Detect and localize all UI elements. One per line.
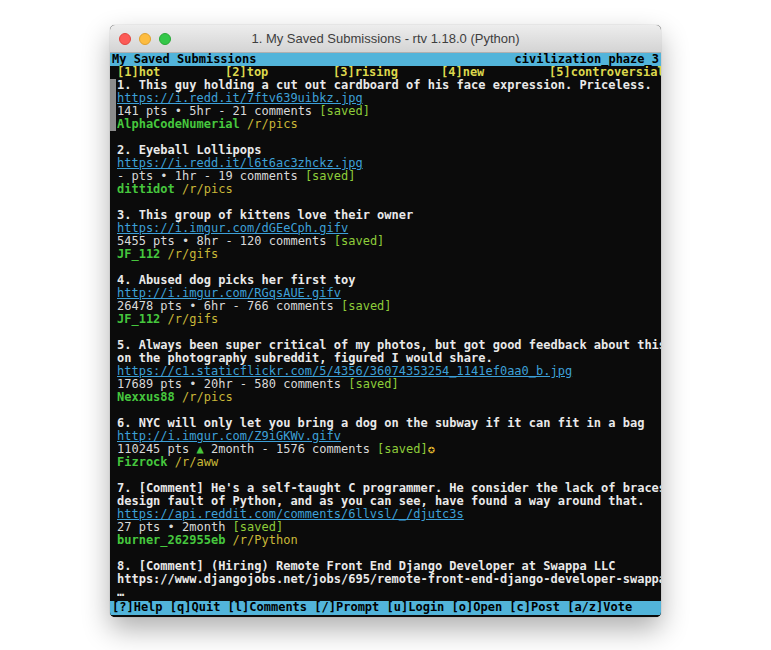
- statusbar-shortcuts: [?]Help [q]Quit [l]Comments [/]Prompt [u…: [110, 601, 661, 615]
- submission-points: 141 pts: [117, 105, 175, 118]
- submission-points: 5455 pts: [117, 235, 182, 248]
- submission-stats-line: 5455 pts • 8hr - 120 comments [saved]: [117, 235, 661, 248]
- submission-stats-line: 110245 pts ▲ 2month - 1576 comments [sav…: [117, 443, 661, 456]
- submission-points: 17689 pts: [117, 378, 189, 391]
- tab-hot[interactable]: [1]hot: [117, 66, 225, 79]
- zoom-window-button[interactable]: [159, 33, 171, 45]
- saved-badge: [saved]: [377, 443, 428, 456]
- submission-byline: dittidot /r/pics: [117, 183, 661, 196]
- selection-cursor-bar: [110, 79, 116, 131]
- submission-url-line: http://i.imgur.com/RGqsAUE.gifv: [117, 287, 661, 300]
- submission-age-comments: 5hr - 21 comments: [182, 105, 319, 118]
- submission-title-line: on the photography subreddit, figured I …: [117, 352, 661, 365]
- saved-badge: [saved]: [233, 521, 284, 534]
- tab-rising[interactable]: [3]rising: [333, 66, 441, 79]
- submission-stats-line: 26478 pts • 6hr - 766 comments [saved]: [117, 300, 661, 313]
- terminal-header-bar: My Saved Submissions civilization_phaze_…: [110, 53, 661, 66]
- saved-badge: [saved]: [348, 378, 399, 391]
- submission-age-comments: 2month - 1576 comments: [204, 443, 377, 456]
- submission-title-line: 6. NYC will only let you bring a dog on …: [117, 417, 661, 430]
- submission-byline: Nexxus88 /r/pics: [117, 391, 661, 404]
- submission-title-line: 3. This group of kittens love their owne…: [117, 209, 661, 222]
- submission-title-line: 1. This guy holding a cut out cardboard …: [117, 79, 661, 92]
- submission-byline: AlphaCodeNumerial /r/pics: [117, 118, 661, 131]
- gilded-icon: ✪: [428, 443, 435, 456]
- tab-controversial[interactable]: [5]controversial: [549, 66, 661, 79]
- submission-item[interactable]: 7. [Comment] He's a self-taught C progra…: [110, 482, 661, 547]
- submission-subreddit[interactable]: /r/pics: [182, 391, 233, 404]
- submission-item[interactable]: 4. Abused dog picks her first toyhttp://…: [110, 274, 661, 326]
- submission-subreddit[interactable]: /r/Python: [233, 534, 298, 547]
- submission-url[interactable]: https://api.reddit.com/comments/6llvsl/_…: [117, 508, 464, 521]
- submission-url[interactable]: https://i.redd.it/7ftv639uibkz.jpg: [117, 92, 363, 105]
- submission-author: burner_262955eb: [117, 534, 225, 547]
- submission-stats-line: 141 pts • 5hr - 21 comments [saved]: [117, 105, 661, 118]
- app-window: 1. My Saved Submissions - rtv 1.18.0 (Py…: [110, 25, 661, 617]
- submission-author: dittidot: [117, 183, 175, 196]
- submission-author: JF_112: [117, 313, 160, 326]
- submission-subreddit[interactable]: /r/gifs: [168, 248, 219, 261]
- submission-item[interactable]: 6. NYC will only let you bring a dog on …: [110, 417, 661, 469]
- submission-title-line: 2. Eyeball Lollipops: [117, 144, 661, 157]
- submission-url[interactable]: https://i.imgur.com/dGEeCph.gifv: [117, 222, 348, 235]
- submission-url[interactable]: https://c1.staticflickr.com/5/4356/36074…: [117, 365, 572, 378]
- submission-author: JF_112: [117, 248, 160, 261]
- submission-title-line: …: [117, 586, 661, 599]
- tab-new[interactable]: [4]new: [441, 66, 549, 79]
- tab-top[interactable]: [2]top: [225, 66, 333, 79]
- submission-byline: burner_262955eb /r/Python: [117, 534, 661, 547]
- submission-stats-line: 17689 pts • 20hr - 580 comments [saved]: [117, 378, 661, 391]
- submission-item[interactable]: 8. [Comment] (Hiring) Remote Front End D…: [110, 560, 661, 599]
- sort-tabs: [1]hot [2]top [3]rising [4]new [5]contro…: [110, 66, 661, 79]
- saved-badge: [saved]: [334, 235, 385, 248]
- submission-url-line: http://i.imgur.com/Z9iGKWv.gifv: [117, 430, 661, 443]
- submission-byline: JF_112 /r/gifs: [117, 248, 661, 261]
- submission-url-line: https://i.redd.it/l6t6ac3zhckz.jpg: [117, 157, 661, 170]
- terminal-bottom-spacer: [110, 615, 661, 617]
- vote-indicator-icon: ▲: [196, 443, 203, 456]
- minimize-window-button[interactable]: [139, 33, 151, 45]
- submission-title-line: design fault of Python, and as you can s…: [117, 495, 661, 508]
- submission-points: - pts: [117, 170, 160, 183]
- saved-badge: [saved]: [319, 105, 370, 118]
- vote-indicator-icon: •: [160, 170, 167, 183]
- terminal: My Saved Submissions civilization_phaze_…: [110, 53, 661, 617]
- saved-badge: [saved]: [341, 300, 392, 313]
- submission-item[interactable]: 2. Eyeball Lollipopshttps://i.redd.it/l6…: [110, 144, 661, 196]
- submission-title-line: 8. [Comment] (Hiring) Remote Front End D…: [117, 560, 661, 573]
- submission-points: 27 pts: [117, 521, 168, 534]
- submission-subreddit[interactable]: /r/pics: [182, 183, 233, 196]
- submission-item[interactable]: 3. This group of kittens love their owne…: [110, 209, 661, 261]
- submission-author: AlphaCodeNumerial: [117, 118, 240, 131]
- submission-url-line: https://i.imgur.com/dGEeCph.gifv: [117, 222, 661, 235]
- submission-url[interactable]: https://i.redd.it/l6t6ac3zhckz.jpg: [117, 157, 363, 170]
- submission-item[interactable]: 5. Always been super critical of my phot…: [110, 339, 661, 404]
- submission-subreddit[interactable]: /r/pics: [247, 118, 298, 131]
- submission-title-line: 4. Abused dog picks her first toy: [117, 274, 661, 287]
- traffic-lights: [119, 25, 171, 52]
- submission-subreddit[interactable]: /r/aww: [175, 456, 218, 469]
- submission-title-line: 7. [Comment] He's a self-taught C progra…: [117, 482, 661, 495]
- close-window-button[interactable]: [119, 33, 131, 45]
- window-titlebar[interactable]: 1. My Saved Submissions - rtv 1.18.0 (Py…: [110, 25, 661, 53]
- submission-points: 110245 pts: [117, 443, 196, 456]
- submission-url-line: https://c1.staticflickr.com/5/4356/36074…: [117, 365, 661, 378]
- vote-indicator-icon: •: [175, 105, 182, 118]
- page-title: My Saved Submissions: [112, 53, 257, 66]
- window-title: 1. My Saved Submissions - rtv 1.18.0 (Py…: [251, 31, 519, 46]
- submission-byline: JF_112 /r/gifs: [117, 313, 661, 326]
- submission-stats-line: - pts • 1hr - 19 comments [saved]: [117, 170, 661, 183]
- submission-title-line: 5. Always been super critical of my phot…: [117, 339, 661, 352]
- submission-list: 1. This guy holding a cut out cardboard …: [110, 79, 661, 601]
- submission-author: Nexxus88: [117, 391, 175, 404]
- submission-points: 26478 pts: [117, 300, 189, 313]
- submission-url[interactable]: http://i.imgur.com/RGqsAUE.gifv: [117, 287, 341, 300]
- submission-item[interactable]: 1. This guy holding a cut out cardboard …: [110, 79, 661, 131]
- submission-url-line: https://api.reddit.com/comments/6llvsl/_…: [117, 508, 661, 521]
- submission-url[interactable]: http://i.imgur.com/Z9iGKWv.gifv: [117, 430, 341, 443]
- submission-subreddit[interactable]: /r/gifs: [168, 313, 219, 326]
- submission-age-comments: 20hr - 580 comments: [196, 378, 348, 391]
- logged-in-username: civilization_phaze_3: [515, 53, 660, 66]
- saved-badge: [saved]: [305, 170, 356, 183]
- submission-url-line: https://i.redd.it/7ftv639uibkz.jpg: [117, 92, 661, 105]
